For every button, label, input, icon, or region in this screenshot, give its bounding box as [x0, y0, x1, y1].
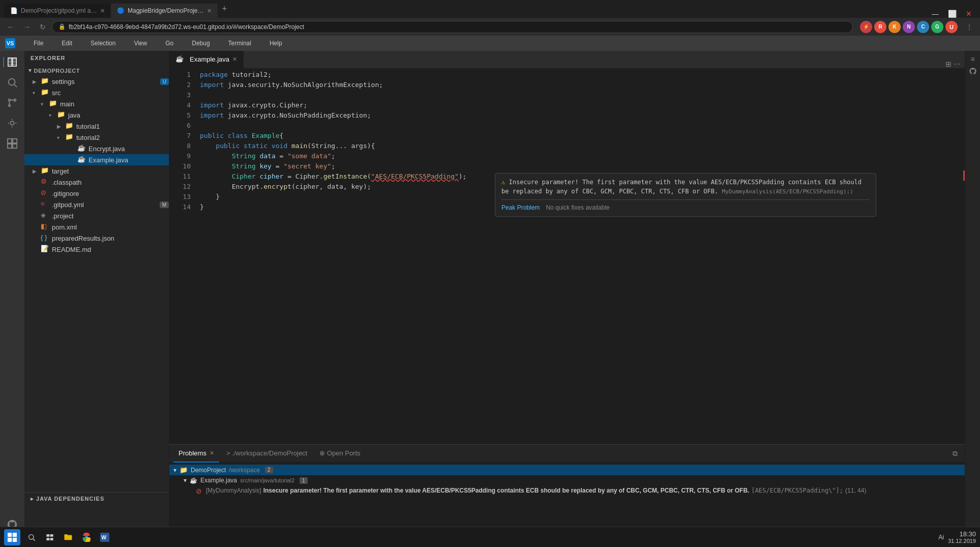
- project-root[interactable]: ▾ DEMOPROJECT: [24, 65, 169, 76]
- ai-label[interactable]: Ai: [938, 534, 944, 541]
- tree-tutorial1[interactable]: ▶ 📁 tutorial1: [24, 121, 169, 132]
- right-sidebar-icon-1[interactable]: ≡: [970, 55, 974, 63]
- tree-prepared-results[interactable]: ▶ { } preparedResults.json: [24, 233, 169, 244]
- pom-icon: ◧: [41, 222, 50, 232]
- activity-explorer[interactable]: [3, 53, 21, 71]
- back-button[interactable]: ←: [4, 22, 17, 32]
- reload-button[interactable]: ↻: [37, 22, 49, 32]
- editor-tab-close[interactable]: ✕: [232, 56, 237, 63]
- tree-gitpod-yml[interactable]: ▶ ≡ .gitpod.yml M: [24, 199, 169, 210]
- gitpod-label: .gitpod.yml: [52, 201, 158, 209]
- menu-view[interactable]: View: [130, 38, 151, 49]
- more-actions-btn[interactable]: ⋯: [954, 60, 961, 68]
- tree-java[interactable]: ▾ 📁 java: [24, 109, 169, 121]
- demoproject-icon: 📁: [180, 466, 188, 474]
- split-editor-btn[interactable]: ⊞: [945, 60, 952, 68]
- encrypt-arrow: ▶: [69, 146, 77, 152]
- user-avatar[interactable]: U: [945, 21, 958, 33]
- tab1-close[interactable]: ✕: [100, 8, 105, 14]
- new-tab-button[interactable]: +: [218, 4, 231, 14]
- java-arrow: ▾: [49, 112, 57, 118]
- panel-copy-btn[interactable]: ⧉: [949, 448, 961, 459]
- readme-icon: 📝: [41, 245, 50, 254]
- right-sidebar-icon-2[interactable]: [969, 67, 977, 77]
- prepared-label: preparedResults.json: [52, 235, 169, 242]
- settings-btn[interactable]: ⋮: [963, 22, 976, 32]
- address-field[interactable]: 🔒 fb2bf14a-c970-4668-9ebd-4847a99b2d72.w…: [52, 21, 853, 33]
- activity-search[interactable]: [3, 73, 21, 92]
- tree-classpath[interactable]: ▶ ⚙ .classpath: [24, 177, 169, 188]
- editor-tab-example[interactable]: ☕ Example.java ✕: [169, 51, 244, 68]
- code-line-8: public static void main(String... args){: [200, 141, 958, 151]
- demoproject-count: 2: [265, 467, 273, 473]
- activity-git[interactable]: [3, 94, 21, 112]
- peak-problem-btn[interactable]: Peak Problem: [501, 203, 540, 212]
- menu-file[interactable]: File: [29, 38, 47, 49]
- activity-extensions[interactable]: [3, 134, 21, 153]
- issue-detail: [AES/ECB/PKCS5Padding\"];: [751, 487, 843, 494]
- tree-example-java[interactable]: ▶ ☕ Example.java: [24, 154, 169, 165]
- project-label: .project: [52, 212, 169, 220]
- problem-issue-1[interactable]: ⊘ [MyDummyAnalysis] Insecure parameter! …: [169, 485, 965, 497]
- extension-btn-5[interactable]: C: [917, 21, 929, 33]
- panel-tab-ports[interactable]: ⊕ Open Ports: [314, 445, 365, 463]
- extension-btn-2[interactable]: R: [874, 21, 886, 33]
- tree-main[interactable]: ▾ 📁 main: [24, 98, 169, 109]
- tree-pom-xml[interactable]: ▶ ◧ pom.xml: [24, 221, 169, 233]
- tree-target[interactable]: ▶ 📁 target: [24, 165, 169, 177]
- taskbar-search[interactable]: [23, 529, 40, 545]
- forward-button[interactable]: →: [20, 22, 34, 32]
- activity-debug[interactable]: [3, 114, 21, 132]
- close-button[interactable]: ✕: [962, 10, 976, 18]
- extension-btn-3[interactable]: K: [888, 21, 901, 33]
- code-editor[interactable]: package tutorial2; import java.security.…: [195, 69, 958, 444]
- tab2-close[interactable]: ✕: [207, 8, 212, 14]
- extension-btn-4[interactable]: N: [903, 21, 915, 33]
- minimize-button[interactable]: —: [928, 10, 943, 18]
- taskbar-chrome[interactable]: [78, 529, 95, 545]
- tree-encrypt-java[interactable]: ▶ ☕ Encrypt.java: [24, 143, 169, 154]
- tree-tutorial2[interactable]: ▾ 📁 tutorial2: [24, 132, 169, 143]
- demoproject-name: DemoProject: [191, 467, 226, 474]
- start-button[interactable]: [4, 529, 20, 545]
- browser-tab-1[interactable]: 📄 DemoProject/gitpod.yml at mas... ✕: [4, 4, 111, 18]
- tree-gitignore[interactable]: ▶ ⊘ .gitignore: [24, 188, 169, 199]
- menu-help[interactable]: Help: [265, 38, 286, 49]
- menu-terminal[interactable]: Terminal: [224, 38, 255, 49]
- target-label: target: [52, 167, 169, 175]
- browser-tab-2[interactable]: 🔵 MagpieBridge/DemoProject - m... ✕: [111, 4, 218, 18]
- project-name: DEMOPROJECT: [34, 68, 80, 74]
- taskbar: W Ai 18:30 31.12.2019: [0, 527, 980, 547]
- taskbar-explorer[interactable]: [60, 529, 76, 545]
- tab1-favicon: 📄: [10, 7, 18, 14]
- tree-readme[interactable]: ▶ 📝 README.md: [24, 244, 169, 255]
- menu-selection[interactable]: Selection: [86, 38, 120, 49]
- menu-edit[interactable]: Edit: [57, 38, 76, 49]
- panel-tab-problems[interactable]: Problems ✕: [173, 445, 219, 463]
- taskbar-taskview[interactable]: [42, 529, 58, 545]
- tree-settings[interactable]: ▶ 📁 settings U: [24, 76, 169, 87]
- problem-group-demoproject[interactable]: ▾ 📁 DemoProject /workspace 2: [169, 465, 965, 475]
- code-line-7: public class Example{: [200, 131, 958, 141]
- browser-chrome: 📄 DemoProject/gitpod.yml at mas... ✕ 🔵 M…: [0, 0, 980, 36]
- extension-btn-1[interactable]: ⚡: [860, 21, 872, 33]
- maximize-button[interactable]: ⬜: [944, 10, 961, 18]
- problem-file-example[interactable]: ▾ ☕ Example.java src/main/java/tutorial2…: [169, 475, 965, 485]
- main-arrow: ▾: [41, 101, 49, 107]
- tree-project[interactable]: ▶ ◈ .project: [24, 210, 169, 221]
- taskbar-word[interactable]: W: [97, 529, 113, 545]
- problems-close[interactable]: ✕: [210, 450, 214, 456]
- menu-go[interactable]: Go: [161, 38, 177, 49]
- code-line-1: package tutorial2;: [200, 70, 958, 80]
- extension-btn-6[interactable]: G: [931, 21, 943, 33]
- svg-line-3: [14, 84, 17, 87]
- java-dependencies-section[interactable]: ▸ JAVA DEPENDENCIES: [24, 492, 169, 505]
- panel-tab-terminal[interactable]: > ./workspace/DemoProject: [221, 445, 312, 463]
- sidebar-tree: ▶ 📁 settings U ▾ 📁 src ▾ 📁 main: [24, 76, 169, 284]
- sidebar: EXPLORER ▾ DEMOPROJECT ▶ 📁 settings U ▾ …: [24, 51, 169, 536]
- code-line-2: import java.security.NoSuchAlgorithmExce…: [200, 80, 958, 90]
- tree-src[interactable]: ▾ 📁 src: [24, 87, 169, 98]
- tutorial2-arrow: ▾: [57, 135, 65, 140]
- vscode-titlebar: VS File Edit Selection View Go Debug Ter…: [0, 36, 980, 51]
- menu-debug[interactable]: Debug: [188, 38, 214, 49]
